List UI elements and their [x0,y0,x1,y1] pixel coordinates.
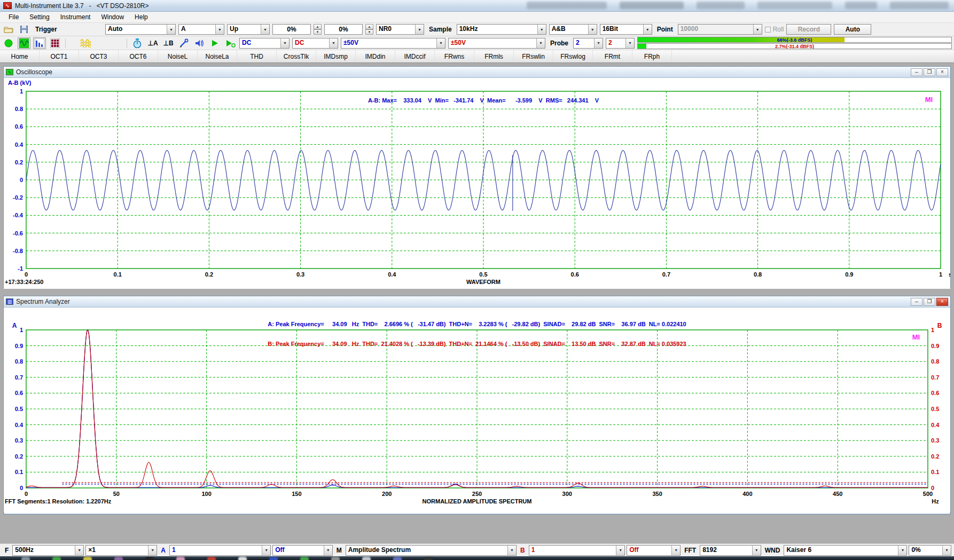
spin-down-icon[interactable]: ▼ [365,29,373,35]
tab-imddin[interactable]: IMDdin [356,50,395,62]
spin-up-icon[interactable]: ▲ [365,24,373,29]
taskbar-icon[interactable] [145,557,154,560]
tab-home[interactable]: Home [0,50,40,62]
open-file-button[interactable] [2,23,15,35]
b-filter-combo[interactable]: Off▼ [627,545,681,556]
menu-setting[interactable]: Setting [24,12,54,22]
probe-b-button[interactable]: ⊥B [162,37,175,49]
taskbar-icon[interactable] [176,557,185,560]
play-button[interactable] [208,37,221,49]
tab-oct3[interactable]: OCT3 [79,50,119,62]
noise-rejection-combo[interactable]: NR0▼ [376,24,424,35]
mode-combo[interactable]: Amplitude Spectrum▼ [346,545,517,556]
dropdown-arrow-icon[interactable]: ▼ [616,546,624,555]
minimize-button[interactable]: – [911,298,922,306]
oscilloscope-title-bar[interactable]: ∿ Oscilloscope – ❐ × [4,67,950,78]
dropdown-arrow-icon[interactable]: ▼ [436,38,445,48]
multiplier-combo[interactable]: ×1▼ [85,545,157,556]
dropdown-arrow-icon[interactable]: ▼ [324,546,332,555]
minimize-button[interactable]: – [911,68,922,76]
taskbar-icon[interactable] [362,557,371,560]
taskbar-icon[interactable] [114,557,123,560]
save-button[interactable] [18,23,30,35]
coupling-a-combo[interactable]: DC▼ [239,38,290,49]
overlap-combo[interactable]: 0%▼ [909,545,951,556]
dropdown-arrow-icon[interactable]: ▼ [415,25,424,34]
tab-frmt[interactable]: FRmt [593,50,632,62]
dropdown-arrow-icon[interactable]: ▼ [752,546,761,555]
sample-rate-combo[interactable]: 10kHz▼ [457,24,546,35]
play-record-button[interactable] [224,37,237,49]
probe-b-combo[interactable]: 2▼ [606,38,635,49]
dropdown-arrow-icon[interactable]: ▼ [643,25,652,34]
auto-setup-button[interactable]: Auto [834,24,871,35]
tab-thd[interactable]: THD [237,50,277,62]
dropdown-arrow-icon[interactable]: ▼ [942,546,951,555]
a-value-combo[interactable]: 1▼ [169,545,271,556]
tab-frswlog[interactable]: FRswlog [553,50,593,62]
tab-frph[interactable]: FRph [632,50,672,62]
tab-noisela[interactable]: NoiseLa [198,50,237,62]
dropdown-arrow-icon[interactable]: ▼ [261,25,269,34]
b-value-combo[interactable]: 1▼ [529,545,625,556]
tab-oct1[interactable]: OCT1 [40,50,79,62]
dropdown-arrow-icon[interactable]: ▼ [594,38,603,48]
menu-window[interactable]: Window [96,12,129,22]
spectrum-analyzer-button[interactable] [33,37,46,49]
close-button[interactable]: × [936,298,948,306]
dropdown-arrow-icon[interactable]: ▼ [537,25,546,34]
trigger-source-combo[interactable]: A▼ [178,24,224,35]
tab-noisel[interactable]: NoiseL [158,50,198,62]
bit-depth-combo[interactable]: 16Bit▼ [600,24,652,35]
hold-run-button[interactable] [131,37,144,49]
tab-imdsmp[interactable]: IMDsmp [316,50,356,62]
taskbar-icon[interactable] [393,557,402,560]
probe-a-combo[interactable]: 2▼ [573,38,603,49]
oscilloscope-button[interactable] [18,37,30,49]
dropdown-arrow-icon[interactable]: ▼ [262,546,270,555]
tab-imdccif[interactable]: IMDccif [395,50,435,62]
tab-crosstlk[interactable]: CrossTlk [277,50,316,62]
trigger-edge-combo[interactable]: Up▼ [227,24,270,35]
dropdown-arrow-icon[interactable]: ▼ [507,546,516,555]
dropdown-arrow-icon[interactable]: ▼ [588,25,597,34]
taskbar-icon[interactable] [269,557,278,560]
calibration-button[interactable] [177,37,190,49]
dropdown-arrow-icon[interactable]: ▼ [898,546,906,555]
menu-instrument[interactable]: Instrument [55,12,96,22]
menu-help[interactable]: Help [129,12,153,22]
taskbar-icon[interactable] [424,557,433,560]
tab-frmls[interactable]: FRmls [474,50,514,62]
trigger-level-field[interactable]: 0% [272,24,311,35]
windows-taskbar[interactable] [0,556,954,560]
probe-a-button[interactable]: ⊥A [146,37,159,49]
run-indicator[interactable] [2,37,15,49]
dropdown-arrow-icon[interactable]: ▼ [280,38,289,48]
range-a-combo[interactable]: ±50V▼ [341,38,445,49]
channels-combo[interactable]: A&B▼ [549,24,597,35]
menu-file[interactable]: File [3,12,24,22]
coupling-b-combo[interactable]: DC▼ [292,38,338,49]
restore-button[interactable]: ❐ [924,68,935,76]
taskbar-icon[interactable] [83,557,92,560]
signal-generator-button[interactable] [79,37,92,49]
dropdown-arrow-icon[interactable]: ▼ [148,546,157,555]
dropdown-arrow-icon[interactable]: ▼ [167,25,175,34]
tab-oct6[interactable]: OCT6 [119,50,158,62]
spin-down-icon[interactable]: ▼ [314,29,322,35]
dropdown-arrow-icon[interactable]: ▼ [215,25,224,34]
trigger-mode-combo[interactable]: Auto▼ [105,24,176,35]
close-button[interactable]: × [936,68,948,76]
sound-output-button[interactable] [193,37,206,49]
tab-frswlin[interactable]: FRswlin [514,50,553,62]
taskbar-icon[interactable] [300,557,309,560]
dropdown-arrow-icon[interactable]: ▼ [625,38,634,48]
taskbar-icon[interactable] [52,557,61,560]
taskbar-icon[interactable] [21,557,30,560]
dropdown-arrow-icon[interactable]: ▼ [671,546,680,555]
frequency-combo[interactable]: 500Hz▼ [12,545,84,556]
fft-size-combo[interactable]: 8192▼ [700,545,761,556]
dropdown-arrow-icon[interactable]: ▼ [329,38,338,48]
title-bar[interactable]: ∿ Multi-Instrument Lite 3.7 - <VT DSO-28… [0,0,954,12]
dropdown-arrow-icon[interactable]: ▼ [75,546,83,555]
